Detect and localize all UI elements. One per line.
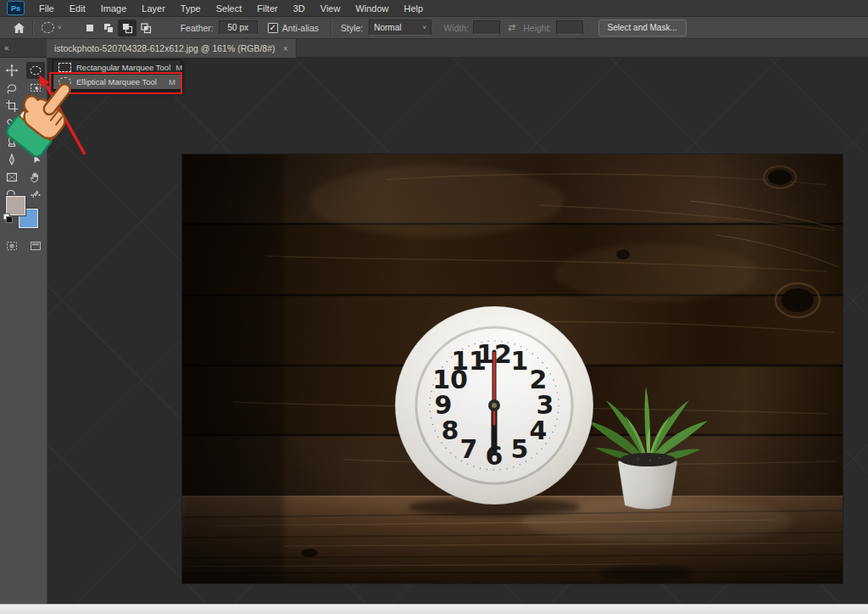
photoshop-window: Ps File Edit Image Layer Type Select Fil…	[0, 0, 868, 614]
photo-clock-on-wood: 12 1 2 3 4 5 6 7 8 9 10 11	[182, 154, 843, 583]
chevron-down-icon[interactable]: ˅	[58, 24, 62, 31]
menu-bar: Ps File Edit Image Layer Type Select Fil…	[0, 0, 868, 17]
menu-help[interactable]: Help	[397, 0, 431, 17]
height-label: Height:	[523, 23, 551, 33]
width-input	[473, 20, 500, 35]
menu-filter[interactable]: Filter	[249, 0, 285, 17]
screen-mode-icon[interactable]	[26, 237, 45, 254]
active-tool-preset-icon[interactable]	[39, 20, 56, 36]
pointing-hand-annotation	[0, 64, 98, 192]
tool-options-bar: ˅ Feather: 50 px ✓ Anti-alias Style: Nor…	[0, 17, 868, 39]
home-icon[interactable]	[10, 20, 27, 36]
separator	[32, 20, 34, 36]
menu-layer[interactable]: Layer	[134, 0, 173, 17]
menu-select[interactable]: Select	[209, 0, 250, 17]
feather-input[interactable]: 50 px	[219, 20, 258, 35]
document-tab-bar: « istockphoto-520704328-612x612.jpg @ 16…	[0, 39, 868, 58]
subtract-from-selection-mode-button[interactable]	[118, 20, 136, 36]
photoshop-logo[interactable]: Ps	[7, 1, 25, 15]
anti-alias-label[interactable]: Anti-alias	[282, 23, 319, 33]
menu-window[interactable]: Window	[348, 0, 396, 17]
flyout-item-shortcut: M	[175, 63, 182, 72]
feather-label: Feather:	[181, 23, 214, 33]
add-to-selection-mode-button[interactable]	[99, 20, 118, 36]
select-and-mask-button[interactable]: Select and Mask...	[598, 20, 687, 36]
collapse-panels-icon[interactable]: «	[4, 43, 47, 53]
document-canvas[interactable]: 12 1 2 3 4 5 6 7 8 9 10 11	[47, 58, 868, 604]
menu-3d[interactable]: 3D	[286, 0, 313, 17]
width-label: Width:	[443, 23, 469, 33]
default-colors-icon[interactable]	[3, 213, 13, 223]
menu-view[interactable]: View	[313, 0, 348, 17]
swap-dimensions-icon: ⇄	[508, 22, 515, 33]
new-selection-mode-button[interactable]	[81, 20, 99, 36]
height-input	[556, 20, 583, 35]
style-dropdown[interactable]: Normal ˅	[369, 20, 431, 36]
chevron-down-icon: ˅	[423, 24, 427, 31]
menu-image[interactable]: Image	[93, 0, 135, 17]
menu-type[interactable]: Type	[173, 0, 209, 17]
quick-mask-mode-icon[interactable]	[3, 237, 21, 254]
intersect-selection-mode-button[interactable]	[136, 20, 155, 36]
style-value: Normal	[374, 23, 401, 32]
document-title: istockphoto-520704328-612x612.jpg @ 161%…	[54, 43, 275, 53]
menu-file[interactable]: File	[31, 0, 62, 17]
document-tab[interactable]: istockphoto-520704328-612x612.jpg @ 161%…	[47, 39, 297, 58]
separator	[331, 20, 332, 36]
style-label: Style:	[341, 23, 363, 33]
close-tab-icon[interactable]: ×	[283, 43, 288, 53]
menu-edit[interactable]: Edit	[62, 0, 93, 17]
anti-alias-checkbox[interactable]: ✓	[268, 23, 278, 33]
screenshot-bottom-edge	[0, 604, 868, 614]
